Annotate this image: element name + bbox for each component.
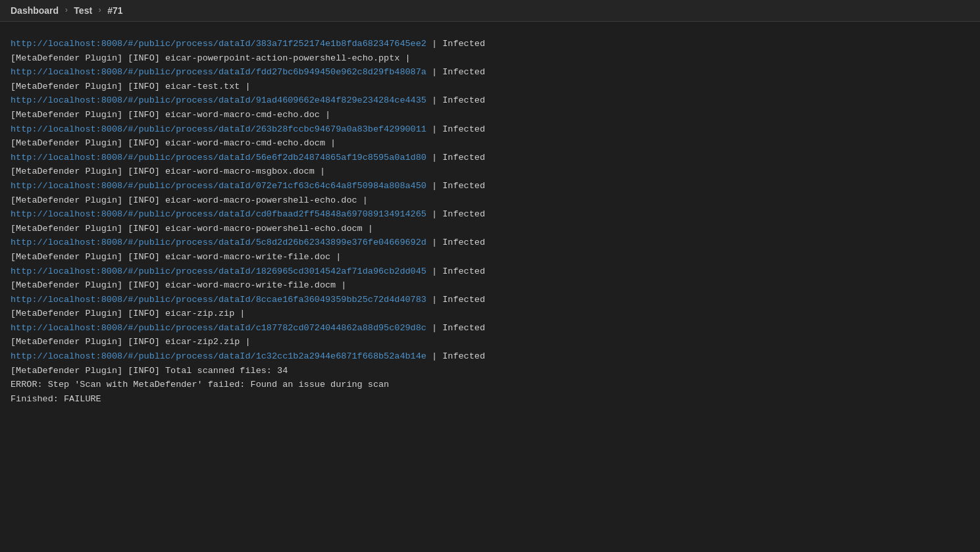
log-line-24: ERROR: Step 'Scan with MetaDefender' fai… [11,378,969,392]
log-line-3: [MetaDefender Plugin] [INFO] eicar-test.… [11,80,969,94]
log-link-0[interactable]: http://localhost:8008/#/public/process/d… [11,39,426,49]
log-line-19: [MetaDefender Plugin] [INFO] eicar-zip.z… [11,307,969,321]
log-line-17: [MetaDefender Plugin] [INFO] eicar-word-… [11,278,969,293]
breadcrumb-sep-1: › [64,6,68,15]
log-line-22: http://localhost:8008/#/public/process/d… [11,349,969,364]
log-line-11: [MetaDefender Plugin] [INFO] eicar-word-… [11,193,969,208]
log-line-16: http://localhost:8008/#/public/process/d… [11,264,969,279]
log-line-0: http://localhost:8008/#/public/process/d… [11,37,969,51]
log-line-8: http://localhost:8008/#/public/process/d… [11,151,969,165]
status-infected-0: | Infected [426,39,485,49]
log-link-16[interactable]: http://localhost:8008/#/public/process/d… [11,266,426,276]
status-infected-18: | Infected [426,295,485,305]
breadcrumb-sep-2: › [97,6,102,15]
log-line-5: [MetaDefender Plugin] [INFO] eicar-word-… [11,108,969,122]
log-line-4: http://localhost:8008/#/public/process/d… [11,93,969,108]
log-link-10[interactable]: http://localhost:8008/#/public/process/d… [11,181,426,191]
log-line-10: http://localhost:8008/#/public/process/d… [11,179,969,193]
log-link-8[interactable]: http://localhost:8008/#/public/process/d… [11,153,426,163]
log-link-18[interactable]: http://localhost:8008/#/public/process/d… [11,295,426,305]
log-line-18: http://localhost:8008/#/public/process/d… [11,293,969,307]
status-infected-6: | Infected [426,124,485,134]
log-link-4[interactable]: http://localhost:8008/#/public/process/d… [11,95,426,105]
status-infected-20: | Infected [426,323,485,333]
log-line-6: http://localhost:8008/#/public/process/d… [11,122,969,137]
log-line-7: [MetaDefender Plugin] [INFO] eicar-word-… [11,136,969,151]
breadcrumb-number: #71 [107,5,122,16]
log-line-9: [MetaDefender Plugin] [INFO] eicar-word-… [11,164,969,179]
status-infected-4: | Infected [426,95,485,105]
status-infected-14: | Infected [426,238,485,247]
log-link-22[interactable]: http://localhost:8008/#/public/process/d… [11,351,426,361]
status-infected-22: | Infected [426,351,485,361]
log-link-2[interactable]: http://localhost:8008/#/public/process/d… [11,67,426,77]
log-line-21: [MetaDefender Plugin] [INFO] eicar-zip2.… [11,335,969,349]
log-line-25: Finished: FAILURE [11,392,969,407]
log-link-20[interactable]: http://localhost:8008/#/public/process/d… [11,323,426,333]
log-link-6[interactable]: http://localhost:8008/#/public/process/d… [11,124,426,134]
breadcrumb: Dashboard › Test › #71 [0,0,980,22]
status-infected-12: | Infected [426,209,485,219]
log-line-13: [MetaDefender Plugin] [INFO] eicar-word-… [11,222,969,236]
log-line-15: [MetaDefender Plugin] [INFO] eicar-word-… [11,250,969,264]
log-line-2: http://localhost:8008/#/public/process/d… [11,65,969,80]
breadcrumb-dashboard[interactable]: Dashboard [11,5,59,16]
log-line-20: http://localhost:8008/#/public/process/d… [11,321,969,336]
log-link-12[interactable]: http://localhost:8008/#/public/process/d… [11,209,426,219]
log-output: http://localhost:8008/#/public/process/d… [0,26,980,416]
log-link-14[interactable]: http://localhost:8008/#/public/process/d… [11,238,426,247]
log-line-14: http://localhost:8008/#/public/process/d… [11,236,969,250]
status-infected-2: | Infected [426,67,485,77]
status-infected-8: | Infected [426,153,485,163]
status-infected-16: | Infected [426,266,485,276]
status-infected-10: | Infected [426,181,485,191]
log-line-12: http://localhost:8008/#/public/process/d… [11,207,969,222]
breadcrumb-test[interactable]: Test [74,5,92,16]
log-line-1: [MetaDefender Plugin] [INFO] eicar-power… [11,51,969,66]
log-line-23: [MetaDefender Plugin] [INFO] Total scann… [11,364,969,378]
